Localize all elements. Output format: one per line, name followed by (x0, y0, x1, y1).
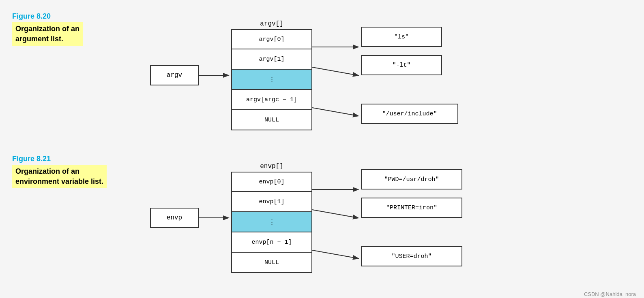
figure2-values-area: "PWD=/usr/droh" "PRINTER=iron" "USER=dro… (312, 169, 462, 266)
figure1-array-wrapper: argv[] argv[0] argv[1] ⋮ argv[argc − 1] … (231, 20, 312, 130)
figure2-cell-n: envp[n − 1] (231, 232, 312, 253)
figure2-value-boxes: "PWD=/usr/droh" "PRINTER=iron" "USER=dro… (361, 169, 462, 266)
figure1-value-boxes: "ls" "-lt" "/user/include" (361, 27, 458, 124)
figure2-cell-dots: ⋮ (231, 212, 312, 232)
figure1-arrow1-svg (199, 65, 231, 85)
figure1-arrows-svg (312, 37, 361, 138)
figure1-value-row-0: "ls" (361, 27, 458, 47)
figure2-array-wrapper: envp[] envp[0] envp[1] ⋮ envp[n − 1] NUL… (231, 163, 312, 273)
figure2-value-pwd: "PWD=/usr/droh" (361, 169, 462, 189)
figure2-pointer-box: envp (150, 208, 199, 228)
figure2-value-printer: "PRINTER=iron" (361, 198, 462, 218)
figure2-array: envp[0] envp[1] ⋮ envp[n − 1] NULL (231, 172, 312, 273)
figure1-value-spacer (361, 75, 458, 96)
page-container: Figure 8.20 Organization of an argument … (0, 0, 644, 298)
figure2-cell-null: NULL (231, 253, 312, 273)
figure1-diagram: argv argv[] argv[0] argv[ (150, 8, 632, 130)
figure2-value-spacer (361, 218, 462, 238)
figure2-caption-area: Figure 8.21 Organization of an environme… (12, 151, 150, 188)
watermark: CSDN @Nahida_nora (584, 291, 636, 297)
figure1-cell-null: NULL (231, 110, 312, 130)
figure1-label: Figure 8.20 (12, 12, 150, 21)
figure1-cell-dots: ⋮ (231, 70, 312, 90)
figure1-value-row-1: "-lt" (361, 55, 458, 75)
figure1-array-label: argv[] (231, 20, 312, 28)
figure2-arrows-svg (312, 179, 361, 281)
figure2-value-row-1: "PRINTER=iron" (361, 198, 462, 218)
figure2-diagram: envp envp[] envp[0] envp[1] ⋮ (150, 151, 632, 273)
figure1-pointer-box: argv (150, 65, 199, 85)
figure1-value-ls: "ls" (361, 27, 442, 47)
figure2-section: Figure 8.21 Organization of an environme… (12, 151, 632, 273)
figure2-caption: Organization of an environment variable … (12, 165, 107, 188)
figure1-value-lt: "-lt" (361, 55, 442, 75)
figure2-value-row-0: "PWD=/usr/droh" (361, 169, 462, 189)
figure1-caption-area: Figure 8.20 Organization of an argument … (12, 8, 150, 46)
figure1-cell-0: argv[0] (231, 29, 312, 49)
figure2-cell-0: envp[0] (231, 172, 312, 192)
figure2-label: Figure 8.21 (12, 155, 150, 163)
figure2-value-row-3: "USER=droh" (361, 246, 462, 266)
figure1-value-include: "/user/include" (361, 104, 458, 124)
svg-line-6 (312, 210, 358, 218)
figure2-value-user: "USER=droh" (361, 246, 462, 266)
figure1-value-row-3: "/user/include" (361, 104, 458, 124)
figure1-cell-1: argv[1] (231, 49, 312, 70)
figure2-cell-1: envp[1] (231, 192, 312, 212)
figure1-values-area: "ls" "-lt" "/user/include" (312, 27, 458, 124)
figure2-arrow1-svg (199, 208, 231, 228)
figure1-array: argv[0] argv[1] ⋮ argv[argc − 1] NULL (231, 29, 312, 130)
svg-line-3 (312, 108, 358, 116)
svg-line-2 (312, 67, 358, 75)
figure1-cell-argc: argv[argc − 1] (231, 90, 312, 110)
svg-line-7 (312, 250, 358, 258)
figure2-array-label: envp[] (231, 163, 312, 170)
figure1-section: Figure 8.20 Organization of an argument … (12, 8, 632, 130)
figure1-caption: Organization of an argument list. (12, 22, 83, 46)
